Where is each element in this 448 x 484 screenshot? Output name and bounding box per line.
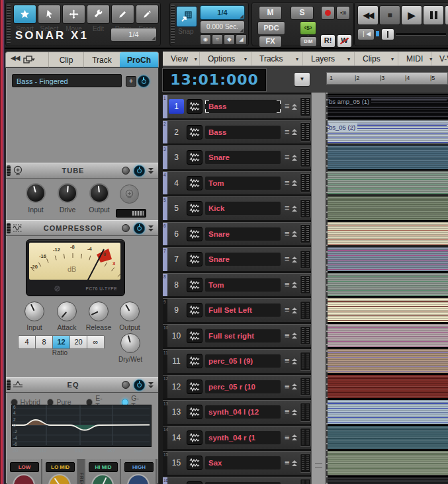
track-name-field[interactable]: synth_04 r (1 (205, 431, 281, 444)
track-name-field[interactable]: Tom (205, 278, 281, 292)
track-expand-icon[interactable] (292, 257, 297, 262)
track-name-field[interactable]: Sax (205, 456, 281, 469)
record-button[interactable] (321, 6, 335, 20)
track-expand-icon[interactable] (292, 180, 297, 186)
write-automation-button[interactable]: W (337, 34, 352, 48)
landmark-snap-icon[interactable]: ◢ (236, 34, 247, 45)
prochannel-power-button[interactable] (138, 75, 150, 87)
knob[interactable] (89, 302, 109, 321)
audio-clip[interactable] (326, 349, 448, 373)
audio-clip[interactable] (326, 196, 448, 220)
knob[interactable] (89, 183, 109, 203)
time-display[interactable]: 13:01:000 (163, 69, 266, 91)
tube-type-switch[interactable] (116, 209, 146, 218)
ratio-option-4[interactable]: 4 (18, 335, 36, 349)
rewind-button[interactable]: ◀◀ (357, 5, 379, 25)
eq-band-button[interactable]: HI MID (89, 462, 118, 472)
track-name-field[interactable]: Bass (205, 126, 281, 139)
track-name-field[interactable]: Kick (205, 202, 281, 215)
track-menu-icon[interactable]: ≡ (285, 409, 290, 415)
audio-clip[interactable]: bs_05 (2) (326, 120, 448, 144)
snap-resolution-button[interactable]: 1/4 (200, 5, 245, 20)
add-module-button[interactable]: + (126, 76, 136, 87)
track-menu-icon[interactable]: ≡ (285, 307, 290, 313)
track-number[interactable]: 12 (167, 382, 185, 391)
eq-options-button[interactable] (122, 381, 130, 389)
knob[interactable] (58, 183, 77, 203)
tube-header[interactable]: TUBE (6, 163, 158, 179)
ratio-option-8[interactable]: 8 (36, 335, 53, 349)
tube-power-button[interactable] (134, 165, 145, 177)
track-row[interactable]: 77Snare≡ (163, 247, 311, 271)
track-number[interactable]: 10 (167, 331, 185, 341)
audio-clip[interactable] (326, 375, 448, 399)
track-name-field[interactable]: Snare (205, 151, 281, 164)
audio-clip[interactable] (326, 247, 448, 271)
knob[interactable] (24, 302, 44, 321)
menu-view[interactable]: View▾ (163, 52, 200, 65)
ratio-option-12[interactable]: 12 (53, 335, 70, 349)
eq-band-button[interactable]: HIGH (124, 462, 154, 472)
track-row[interactable]: 99Full Set Left≡ (163, 298, 311, 322)
knob[interactable] (127, 474, 150, 484)
track-expand-icon[interactable] (292, 460, 297, 466)
track-expand-icon[interactable] (292, 383, 297, 389)
audio-clip[interactable] (326, 477, 448, 484)
menu-clips[interactable]: Clips▾ (355, 52, 398, 65)
track-name-field[interactable]: Snare (205, 253, 281, 266)
input-echo-button[interactable]: ●))) (336, 6, 350, 20)
knob[interactable] (26, 183, 46, 203)
track-number[interactable]: 6 (167, 229, 185, 239)
reset-button[interactable]: R! (320, 34, 336, 48)
knob[interactable] (120, 333, 140, 353)
audio-clip[interactable] (326, 273, 448, 297)
track-name-field[interactable]: Snare (205, 227, 281, 241)
track-expand-icon[interactable] (292, 129, 297, 135)
eq-header[interactable]: EQ (6, 377, 158, 393)
knob[interactable] (91, 474, 114, 484)
track-menu-icon[interactable]: ≡ (285, 205, 290, 212)
track-row[interactable]: 55Kick≡ (163, 196, 311, 220)
track-name-field[interactable]: synth_04 l (12 (205, 405, 281, 419)
track-row[interactable]: 1010Full set right≡ (163, 324, 311, 348)
track-menu-icon[interactable]: ≡ (285, 154, 290, 161)
knob[interactable] (13, 474, 35, 484)
menu-midi[interactable]: MIDI▾ (398, 52, 431, 65)
knob[interactable] (48, 474, 71, 484)
prochannel-preset-field[interactable]: Bass - Fingered (12, 74, 122, 87)
track-row[interactable]: 1414synth_04 r (1≡ (163, 426, 311, 450)
track-menu-icon[interactable]: ≡ (285, 282, 290, 288)
smart-tool-button[interactable] (13, 5, 36, 24)
eq-band-button[interactable]: LOW (10, 462, 39, 472)
audio-clip[interactable] (326, 426, 448, 450)
tab-clip[interactable]: Clip (48, 52, 83, 68)
track-expand-icon[interactable] (292, 409, 297, 415)
track-menu-icon[interactable]: ≡ (285, 358, 290, 364)
audio-clip[interactable] (326, 145, 448, 169)
track-number[interactable]: 9 (167, 305, 185, 315)
pdc-button[interactable]: PDC (257, 21, 285, 35)
audio-clip[interactable]: bs amp_05 (1) (326, 95, 448, 118)
eq-band-button[interactable]: LO MID (46, 462, 75, 472)
panel-splitter[interactable] (311, 93, 326, 484)
erase-tool-button[interactable] (136, 5, 159, 24)
now-marker-button[interactable] (381, 28, 394, 40)
track-number[interactable]: 8 (167, 280, 185, 290)
track-menu-icon[interactable]: ≡ (285, 129, 290, 136)
track-expand-icon[interactable] (292, 206, 297, 212)
time-display-dropdown-button[interactable]: ▼ (294, 72, 310, 87)
layers-icon[interactable] (23, 56, 36, 64)
audio-snap-icon[interactable]: ≈ (212, 34, 223, 45)
track-expand-icon[interactable] (292, 333, 297, 339)
tab-proch[interactable]: ProCh (120, 52, 158, 68)
track-row[interactable]: 1313synth_04 l (12≡ (163, 400, 311, 424)
track-expand-icon[interactable] (292, 358, 297, 364)
compressor-collapse-icon[interactable] (148, 225, 154, 231)
track-menu-icon[interactable]: ≡ (285, 231, 290, 237)
track-name-field[interactable]: Full set right (205, 329, 281, 343)
track-row[interactable]: 44Tom≡ (163, 171, 311, 195)
track-name-field[interactable]: Full Set Left (205, 303, 281, 317)
track-number[interactable]: 14 (167, 433, 185, 442)
fx-button[interactable]: FX (259, 36, 282, 48)
track-menu-icon[interactable]: ≡ (285, 333, 290, 339)
